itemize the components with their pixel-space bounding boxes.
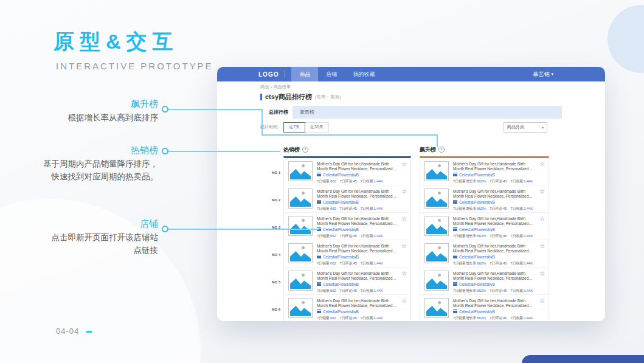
shop-icon xyxy=(453,309,457,313)
nav-item[interactable]: 商品 xyxy=(291,67,318,81)
shop-name: CelestialFlowersbyB xyxy=(323,227,359,232)
stat: 7日收藏:1.44K xyxy=(361,288,383,294)
product-image-placeholder[interactable] xyxy=(424,216,449,236)
help-icon[interactable]: ? xyxy=(438,147,445,153)
product-image-placeholder[interactable] xyxy=(424,298,449,318)
product-title[interactable]: Mother's Day Gift for her,Handmade Birth… xyxy=(317,216,397,226)
stat: 7日销量:662 xyxy=(317,179,336,184)
image-placeholder-mountain-icon xyxy=(426,277,447,289)
product-title[interactable]: Mother's Day Gift for her,Handmade Birth… xyxy=(453,162,535,171)
stat: 7日评论:45 xyxy=(339,261,356,266)
product-image-placeholder[interactable] xyxy=(288,188,313,209)
stat: 7日收藏:1.44K xyxy=(361,233,383,239)
shop-link[interactable]: CelestialFlowersbyB xyxy=(453,255,535,259)
image-placeholder-mountain-icon xyxy=(290,168,311,179)
product-row: Mother's Day Gift for her,Handmade Birth… xyxy=(420,268,549,295)
category-select[interactable]: 商品分类 ▾ xyxy=(504,122,547,133)
favorite-star-icon[interactable]: ☆ xyxy=(539,188,545,210)
user-menu[interactable]: 慕艺铭 ▾ xyxy=(533,71,553,78)
product-title[interactable]: Mother's Day Gift for her,Handmade Birth… xyxy=(453,299,535,308)
product-title[interactable]: Mother's Day Gift for her,Handmade Birth… xyxy=(453,189,535,198)
product-image-placeholder[interactable] xyxy=(288,298,313,318)
product-row: Mother's Day Gift for her,Handmade Birth… xyxy=(284,240,410,268)
product-info: Mother's Day Gift for her,Handmade Birth… xyxy=(317,216,397,237)
annotation-rising-list: 飙升榜 根据增长率从高到底排序 xyxy=(10,99,158,124)
favorite-star-icon[interactable]: ☆ xyxy=(401,161,407,182)
ranking-columns: 热销榜?NO 1NO 2NO 3NO 4NO 5NO 6 Mother's Da… xyxy=(272,146,564,321)
product-image-placeholder[interactable] xyxy=(288,216,313,236)
time-range-option[interactable]: 近30天 xyxy=(305,122,329,133)
annotation-connector-line xyxy=(261,109,263,135)
rank-label: NO 5 xyxy=(272,268,283,296)
product-image-placeholder[interactable] xyxy=(424,188,449,209)
product-title[interactable]: Mother's Day Gift for her,Handmade Birth… xyxy=(453,271,535,280)
shop-link[interactable]: CelestialFlowersbyB xyxy=(317,200,397,204)
image-placeholder-sun-icon xyxy=(302,301,305,304)
image-placeholder-sun-icon xyxy=(438,274,441,277)
product-title[interactable]: Mother's Day Gift for her,Handmade Birth… xyxy=(453,216,535,226)
shop-icon xyxy=(453,227,457,231)
favorite-star-icon[interactable]: ☆ xyxy=(539,161,545,182)
shop-link[interactable]: CelestialFlowersbyB xyxy=(317,227,397,232)
shop-link[interactable]: CelestialFlowersbyB xyxy=(317,282,397,286)
nav-item[interactable]: 我的收藏 xyxy=(345,67,383,81)
decor-bar-bottom-right xyxy=(522,355,644,363)
shop-link[interactable]: CelestialFlowersbyB xyxy=(453,200,535,204)
mockup-content: 商品 > 商品榜单 etsy商品排行榜 (每周一更新) 总排行榜新晋榜 统计时间… xyxy=(217,85,605,321)
nav-divider xyxy=(285,71,285,78)
product-info: Mother's Day Gift for her,Handmade Birth… xyxy=(453,271,535,292)
slide-subtitle: INTERACTIVE PROTOTYPE xyxy=(56,61,213,71)
favorite-star-icon[interactable]: ☆ xyxy=(539,216,545,237)
shop-link[interactable]: CelestialFlowersbyB xyxy=(453,309,535,314)
shop-link[interactable]: CelestialFlowersbyB xyxy=(453,227,535,232)
favorite-star-icon[interactable]: ☆ xyxy=(401,271,407,292)
shop-icon xyxy=(317,200,321,204)
title-accent-bar xyxy=(260,94,262,100)
favorite-star-icon[interactable]: ☆ xyxy=(539,243,545,264)
shop-link[interactable]: CelestialFlowersbyB xyxy=(453,282,535,286)
favorite-star-icon[interactable]: ☆ xyxy=(539,298,545,319)
product-image-placeholder[interactable] xyxy=(424,271,449,291)
shop-link[interactable]: CelestialFlowersbyB xyxy=(453,173,535,177)
ranking-card: Mother's Day Gift for her,Handmade Birth… xyxy=(420,156,549,321)
favorite-star-icon[interactable]: ☆ xyxy=(401,298,407,319)
shop-icon xyxy=(317,255,321,258)
shop-link[interactable]: CelestialFlowersbyB xyxy=(317,255,397,259)
breadcrumb[interactable]: 商品 > 商品榜单 xyxy=(260,85,564,89)
product-stats: 7日销量:6627日评论:457日收藏:1.44K xyxy=(317,233,397,239)
stat: 7日评论:45 xyxy=(490,288,507,294)
favorite-star-icon[interactable]: ☆ xyxy=(401,188,407,210)
help-icon[interactable]: ? xyxy=(302,147,308,153)
product-image-placeholder[interactable] xyxy=(288,243,313,263)
tab[interactable]: 新晋榜 xyxy=(293,106,322,119)
product-image-placeholder[interactable] xyxy=(424,243,449,263)
nav-item[interactable]: 店铺 xyxy=(318,67,345,81)
product-stats: 7日销量增长率:662%7日评论:457日收藏:1.44K xyxy=(453,316,535,321)
favorite-star-icon[interactable]: ☆ xyxy=(401,216,407,237)
product-title[interactable]: Mother's Day Gift for her,Handmade Birth… xyxy=(317,271,397,280)
product-title[interactable]: Mother's Day Gift for her,Handmade Birth… xyxy=(317,244,397,253)
category-select-value: 商品分类 xyxy=(507,124,524,130)
product-stats: 7日销量增长率:662%7日评论:457日收藏:1.44K xyxy=(453,288,535,294)
time-range-option[interactable]: 近7天 xyxy=(283,122,305,133)
shop-name: CelestialFlowersbyB xyxy=(459,227,495,232)
tab[interactable]: 总排行榜 xyxy=(265,106,293,119)
product-info: Mother's Day Gift for her,Handmade Birth… xyxy=(317,188,397,210)
product-title[interactable]: Mother's Day Gift for her,Handmade Birth… xyxy=(453,244,535,253)
product-image-placeholder[interactable] xyxy=(424,161,449,181)
product-title[interactable]: Mother's Day Gift for her,Handmade Birth… xyxy=(317,299,397,308)
mockup-logo[interactable]: LOGO xyxy=(258,71,279,78)
shop-link[interactable]: CelestialFlowersbyB xyxy=(317,173,397,177)
product-image-placeholder[interactable] xyxy=(288,161,313,181)
favorite-star-icon[interactable]: ☆ xyxy=(539,271,545,292)
favorite-star-icon[interactable]: ☆ xyxy=(401,243,407,264)
product-title[interactable]: Mother's Day Gift for her,Handmade Birth… xyxy=(317,189,397,198)
image-placeholder-sun-icon xyxy=(302,246,305,249)
annotation-label: 热销榜 xyxy=(10,145,158,156)
shop-name: CelestialFlowersbyB xyxy=(323,255,359,259)
shop-icon xyxy=(317,282,321,286)
product-stats: 7日销量增长率:662%7日评论:457日收藏:1.44K xyxy=(453,179,535,184)
shop-link[interactable]: CelestialFlowersbyB xyxy=(317,309,397,314)
product-title[interactable]: Mother's Day Gift for her,Handmade Birth… xyxy=(317,162,397,171)
product-image-placeholder[interactable] xyxy=(288,271,313,291)
